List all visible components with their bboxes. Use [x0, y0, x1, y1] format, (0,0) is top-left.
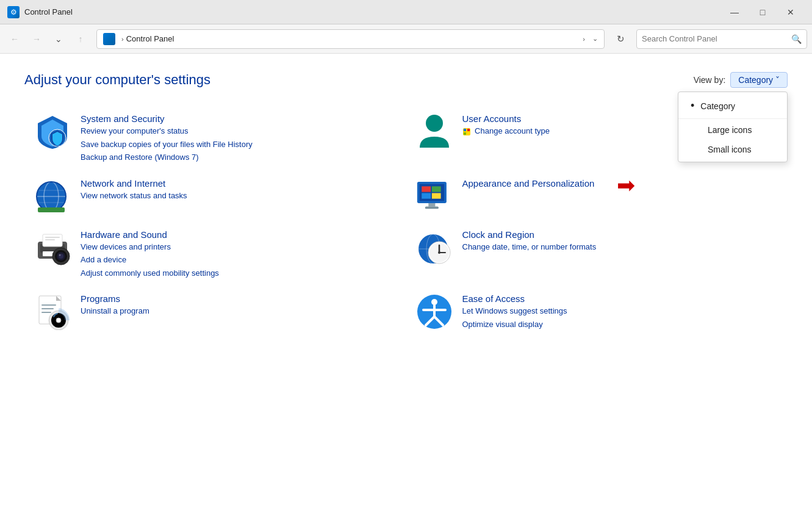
- forward-button[interactable]: →: [27, 29, 46, 49]
- search-icon[interactable]: 🔍: [791, 34, 802, 44]
- search-input[interactable]: [642, 34, 791, 43]
- svg-rect-6: [467, 132, 470, 135]
- main-content: Adjust your computer's settings View by:…: [0, 54, 812, 507]
- app-icon: [7, 6, 20, 18]
- svg-point-1: [426, 115, 443, 132]
- view-by-button[interactable]: Category ˅: [730, 72, 788, 88]
- restore-button[interactable]: □: [749, 0, 777, 24]
- category-item-hardware[interactable]: Hardware and Sound View devices and prin…: [24, 222, 406, 287]
- back-button[interactable]: ←: [5, 29, 24, 49]
- svg-rect-18: [422, 193, 431, 198]
- svg-rect-44: [41, 312, 51, 313]
- svg-rect-17: [431, 186, 440, 192]
- user-accounts-link-1[interactable]: Change account type: [462, 125, 550, 137]
- address-separator: ›: [121, 35, 124, 43]
- minimize-button[interactable]: —: [720, 0, 749, 24]
- appearance-title[interactable]: Appearance and Personalization: [462, 178, 595, 189]
- hardware-content: Hardware and Sound View devices and prin…: [81, 229, 219, 279]
- svg-point-32: [59, 254, 61, 256]
- network-icon: [34, 178, 71, 215]
- page-title: Adjust your computer's settings: [24, 72, 210, 88]
- user-accounts-title[interactable]: User Accounts: [462, 113, 550, 124]
- programs-link-1[interactable]: Uninstall a program: [81, 305, 149, 317]
- hardware-link-2[interactable]: Add a device: [81, 254, 219, 266]
- dropdown-label-category: Category: [700, 101, 735, 111]
- svg-rect-25: [45, 237, 60, 238]
- view-by-value: Category ˅: [738, 75, 780, 85]
- svg-rect-21: [425, 206, 438, 209]
- ease-link-1[interactable]: Let Windows suggest settings: [462, 305, 567, 317]
- category-item-appearance[interactable]: Appearance and Personalization: [406, 171, 788, 222]
- svg-rect-26: [45, 239, 55, 240]
- category-item-network[interactable]: Network and Internet View network status…: [24, 171, 406, 222]
- selected-bullet: •: [691, 99, 694, 112]
- address-separator2: ›: [583, 35, 585, 43]
- dropdown-label-small-icons: Small icons: [708, 145, 752, 154]
- svg-rect-3: [464, 129, 466, 131]
- recent-button[interactable]: ⌄: [49, 29, 68, 49]
- appearance-content: Appearance and Personalization: [462, 178, 595, 189]
- programs-icon: [34, 293, 71, 330]
- user-accounts-icon: [416, 113, 453, 150]
- ease-link-2[interactable]: Optimize visual display: [462, 318, 567, 331]
- address-icon: [103, 33, 115, 45]
- svg-rect-42: [41, 304, 56, 306]
- ease-content: Ease of Access Let Windows suggest setti…: [462, 293, 567, 330]
- ease-icon: [416, 293, 453, 330]
- clock-content: Clock and Region Change date, time, or n…: [462, 229, 597, 253]
- svg-rect-43: [41, 308, 54, 309]
- system-security-content: System and Security Review your computer…: [81, 113, 253, 164]
- clock-title[interactable]: Clock and Region: [462, 229, 597, 240]
- network-link-1[interactable]: View network status and tasks: [81, 190, 187, 202]
- dropdown-item-large-icons[interactable]: Large icons: [678, 120, 787, 140]
- hardware-link-3[interactable]: Adjust commonly used mobility settings: [81, 267, 219, 279]
- svg-rect-20: [428, 203, 435, 207]
- svg-point-40: [438, 251, 440, 254]
- window-controls: — □ ✕: [720, 0, 805, 24]
- svg-rect-13: [38, 207, 65, 212]
- ease-title[interactable]: Ease of Access: [462, 293, 567, 304]
- close-button[interactable]: ✕: [777, 0, 805, 24]
- address-dropdown-arrow[interactable]: ⌄: [592, 35, 598, 43]
- category-item-programs[interactable]: Programs Uninstall a program: [24, 286, 406, 337]
- system-security-link-1[interactable]: Review your computer's status: [81, 125, 253, 137]
- svg-rect-4: [467, 129, 470, 131]
- window-title: Control Panel: [24, 7, 720, 16]
- system-security-icon: [34, 113, 71, 150]
- hardware-icon: [34, 229, 71, 266]
- dropdown-label-large-icons: Large icons: [708, 125, 752, 135]
- dropdown-item-small-icons[interactable]: Small icons: [678, 140, 787, 159]
- page-header: Adjust your computer's settings View by:…: [24, 72, 788, 88]
- clock-icon: [416, 229, 453, 266]
- view-by-control: View by: Category ˅: [694, 72, 788, 88]
- up-button[interactable]: ↑: [71, 29, 90, 49]
- network-title[interactable]: Network and Internet: [81, 178, 187, 189]
- dropdown-separator: [678, 118, 787, 119]
- navigation-bar: ← → ⌄ ↑ › Control Panel › ⌄ ↻ 🔍: [0, 24, 812, 54]
- svg-point-47: [56, 318, 61, 323]
- category-item-ease[interactable]: Ease of Access Let Windows suggest setti…: [406, 286, 788, 337]
- view-dropdown-menu: • Category Large icons Small icons: [678, 92, 788, 162]
- svg-rect-5: [464, 132, 466, 135]
- dropdown-item-category[interactable]: • Category: [678, 95, 787, 117]
- system-security-title[interactable]: System and Security: [81, 113, 253, 124]
- title-bar: Control Panel — □ ✕: [0, 0, 812, 24]
- clock-link-1[interactable]: Change date, time, or number formats: [462, 241, 597, 253]
- refresh-button[interactable]: ↻: [611, 29, 630, 49]
- category-item-system-security[interactable]: System and Security Review your computer…: [24, 106, 406, 171]
- appearance-icon: [416, 178, 453, 215]
- category-item-clock[interactable]: Clock and Region Change date, time, or n…: [406, 222, 788, 287]
- network-content: Network and Internet View network status…: [81, 178, 187, 202]
- svg-rect-16: [422, 186, 431, 192]
- hardware-link-1[interactable]: View devices and printers: [81, 241, 219, 253]
- system-security-link-2[interactable]: Save backup copies of your files with Fi…: [81, 138, 253, 151]
- programs-title[interactable]: Programs: [81, 293, 149, 304]
- view-by-label: View by:: [694, 75, 726, 85]
- svg-rect-19: [431, 193, 440, 198]
- search-box[interactable]: 🔍: [636, 29, 807, 49]
- programs-content: Programs Uninstall a program: [81, 293, 149, 317]
- hardware-title[interactable]: Hardware and Sound: [81, 229, 219, 240]
- system-security-link-3[interactable]: Backup and Restore (Windows 7): [81, 151, 253, 164]
- address-text: Control Panel: [126, 34, 581, 43]
- address-bar[interactable]: › Control Panel › ⌄: [96, 29, 605, 49]
